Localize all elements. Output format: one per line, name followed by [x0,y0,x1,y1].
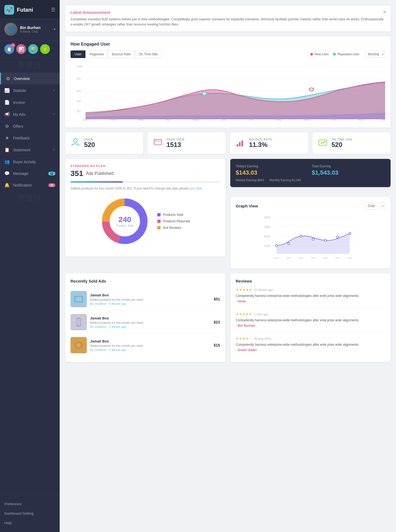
hamburger-button[interactable]: ☰ [51,7,55,13]
donut-area: 240 Product Sold Products Sold Products … [71,191,220,251]
period-select[interactable]: Monthly Daily Weekly Yearly [365,51,385,58]
sidebar-preference[interactable]: Preference [0,499,60,509]
badge-lightning[interactable]: ⚡ [40,44,50,54]
nav-buyer-activity-label: Buyer Activity [13,160,36,164]
sidebar-help[interactable]: Help [0,518,60,528]
svg-point-44 [276,245,278,247]
review-stars-2: ★★★★★ [236,312,252,316]
chart-title: How Engaged User [71,42,385,47]
announcement-close-button[interactable]: ✕ [383,9,387,15]
sold-info-2: Jamati Box Added products for this month… [90,316,210,328]
svg-text:Jul: Jul [248,118,253,121]
pageview-stat-value: 1513 [167,141,184,149]
sold-by-3: By Jonathon 5 Minute ago [90,348,210,351]
sold-by-2: By Jonathon 5 Minute ago [90,325,210,328]
sold-name-2: Jamati Box [90,316,210,320]
badge-analytics[interactable]: 📊 [16,44,26,54]
svg-text:Apr: Apr [165,118,171,121]
svg-rect-59 [75,297,82,301]
badge-notifications[interactable]: 📋 4 [4,44,14,54]
nav-feedback[interactable]: ★ Feedback [0,132,60,144]
recently-sold-title: Recently Sold Ads [71,279,220,283]
svg-point-49 [337,236,339,238]
right-col: Todays Earning $143.03 Total Earning $1,… [230,159,391,268]
nav-invoice[interactable]: 📄 Invoice [0,97,60,108]
review-text-3: Competently harness enterprise-wide meth… [236,342,385,347]
svg-point-45 [288,242,290,245]
svg-text:Sep: Sep [303,118,309,121]
myads-plus-icon: + [52,111,55,117]
donut-legend-returned-label: Products Returned [163,219,190,223]
tab-pageview[interactable]: Pageview [85,50,108,58]
nav-statistic[interactable]: 📈 Statistic + [0,84,60,97]
svg-text:60: 60 [76,90,81,93]
review-item-1: ★★★★★ 30 Minute ago Competently harness … [236,288,385,308]
svg-text:Jun: Jun [221,118,226,121]
nav-myads-label: My Ads [13,112,25,117]
offers-icon: ⚙ [4,124,10,129]
sold-thumb-2 [71,314,87,330]
earnings-sub: Weekly Earning $643 Monthly Earning $1,2… [236,178,385,182]
donut-legend-returned: Products Returned [157,219,190,223]
graph-svg: $500 $400 $300 $200 [236,213,385,262]
svg-rect-61 [77,319,80,325]
svg-point-10 [202,92,206,95]
tab-bounce-rate[interactable]: Bounce Rate [108,50,135,58]
svg-rect-29 [239,142,241,146]
sold-desc-1: Added products for this month you need . [90,298,210,301]
sold-item-2: Jamati Box Added products for this month… [71,311,220,334]
nav-statement[interactable]: 📋 Statement + [0,144,60,156]
graph-period-select[interactable]: Daily Weekly Monthly [365,202,385,209]
nav-message[interactable]: 💬 Message 12 [0,168,60,179]
earnings-row: Todays Earning $143.03 Total Earning $1,… [236,164,385,176]
sidebar-bottom: Preference Dashboard Setting Help [0,495,60,532]
engagement-chart-card: How Engaged User User Pageview Bounce Ra… [65,36,391,127]
nav-offers-label: Offers [13,124,23,129]
nav-buyer-activity[interactable]: 👥 Buyer Activity [0,156,60,168]
nav-myads[interactable]: 📢 My Ads + [0,108,60,120]
logo-icon: 🚀 [4,5,14,15]
svg-text:Oct: Oct [331,118,337,121]
sold-by-1: By Jonathon 5 Minute ago [90,302,210,305]
review-author-2: - Bin Burhan [236,324,385,328]
nav-offers[interactable]: ⚙ Offers [0,120,60,132]
nav-notification[interactable]: 🔔 Notification 35 [0,179,60,191]
svg-text:Sun: Sun [311,257,315,259]
nav-overview[interactable]: ⊙ Overview [0,73,60,84]
review-text-2: Competently harness enterprise-wide meth… [236,318,385,323]
user-dropdown-arrow[interactable]: ▾ [54,27,55,31]
nav-feedback-label: Feedback [13,136,30,140]
svg-text:Mar: Mar [138,118,144,121]
ads-count-label: Ads Published [86,171,114,176]
ontime-stat-label: ON TIME USE [331,138,352,141]
announcement-banner: Latest Announcement Completely transitio… [65,5,391,31]
today-earning: Todays Earning $143.03 [236,164,309,176]
svg-point-24 [74,139,77,142]
stat-pageview: PAGE VIEW 1513 [148,132,226,154]
sold-price-3: $15 [214,343,220,347]
graph-header: Graph View Daily Weekly Monthly [236,202,385,209]
nav-statement-label: Statement [13,148,30,152]
badge-trophy[interactable]: 🏆 [28,44,38,54]
graph-period-wrapper: Daily Weekly Monthly [365,202,385,209]
svg-text:40: 40 [76,100,81,103]
pageview-stat-label: PAGE VIEW [167,138,184,141]
svg-text:$500: $500 [264,216,271,219]
tab-user[interactable]: User [71,50,85,58]
svg-text:Nov: Nov [358,118,365,121]
announcement-text: Completely transition B2B systems before… [71,17,385,27]
main-nav: ⊙ Overview 📈 Statistic + 📄 Invoice 📢 My … [0,73,60,191]
sidebar-dashboard-setting[interactable]: Dashboard Setting [0,509,60,518]
message-icon: 💬 [4,171,10,176]
tab-on-time-site[interactable]: On Time Site [135,50,162,58]
legend-new-user-label: New User [315,52,329,56]
sold-info-3: Jamati Box Added products for this month… [90,339,210,351]
sold-price-2: $23 [214,320,220,324]
svg-rect-28 [237,144,238,146]
statistic-icon: 📈 [4,88,10,93]
ads-link[interactable]: just click [190,187,202,190]
svg-point-32 [324,141,325,142]
review-header-3: ★★★★☆ 05 Aug 2014 [236,336,385,341]
svg-text:100: 100 [76,65,83,68]
legend-repeated-user-label: Repeated User [337,52,359,56]
